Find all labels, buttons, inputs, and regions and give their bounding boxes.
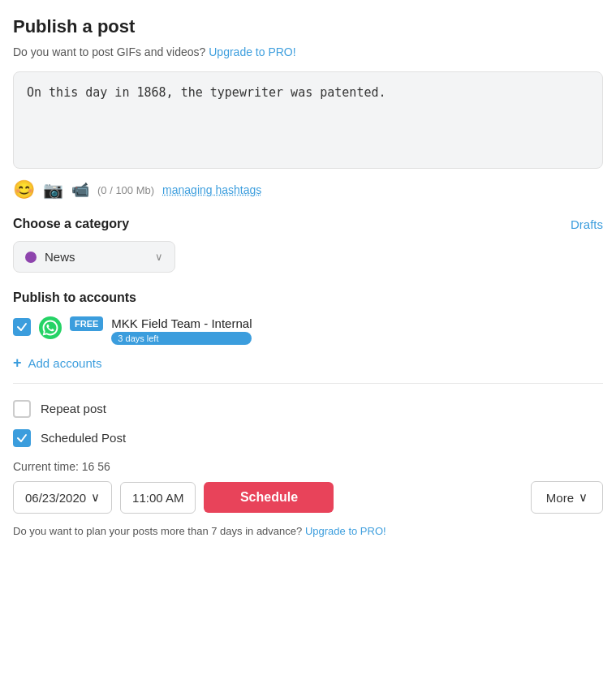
more-button[interactable]: More ∨: [531, 481, 603, 514]
free-badge: FREE: [70, 316, 103, 331]
schedule-button[interactable]: Schedule: [204, 482, 334, 513]
repeat-post-row: Repeat post: [13, 398, 603, 418]
category-selected-label: News: [45, 250, 147, 264]
repeat-post-label: Repeat post: [41, 402, 106, 415]
options-section: Repeat post Scheduled Post: [13, 398, 603, 447]
date-value: 06/23/2020: [25, 491, 86, 505]
bottom-upgrade-link[interactable]: Upgrade to PRO!: [305, 525, 386, 537]
toolbar-row: 😊 📷 📹 (0 / 100 Mb) managing hashtags: [13, 179, 603, 200]
current-time: Current time: 16 56: [13, 460, 603, 473]
scheduled-post-row: Scheduled Post: [13, 428, 603, 447]
emoji-icon[interactable]: 😊: [13, 179, 35, 200]
camera-icon[interactable]: 📷: [43, 180, 63, 200]
page-title: Publish a post: [13, 16, 603, 37]
account-info: MKK Field Team - Internal 3 days left: [111, 316, 252, 345]
account-name-row: MKK Field Team - Internal: [111, 316, 252, 330]
account-name: MKK Field Team - Internal: [111, 316, 252, 330]
category-dropdown[interactable]: News ∨: [13, 241, 175, 273]
upgrade-link[interactable]: Upgrade to PRO!: [209, 45, 295, 58]
category-dot: [25, 252, 37, 263]
check-icon: [16, 321, 28, 333]
schedule-row: 06/23/2020 ∨ 11:00 AM Schedule More ∨: [13, 481, 603, 514]
upgrade-line: Do you want to post GIFs and videos? Upg…: [13, 45, 603, 58]
more-chevron-icon: ∨: [579, 490, 588, 505]
plus-icon: +: [13, 355, 22, 372]
scheduled-post-checkbox[interactable]: [13, 429, 31, 447]
add-accounts-label: Add accounts: [28, 356, 102, 370]
upgrade-text: Do you want to post GIFs and videos?: [13, 45, 205, 58]
time-value: 11:00 AM: [132, 491, 183, 505]
chevron-down-icon: ∨: [155, 251, 163, 263]
time-button[interactable]: 11:00 AM: [120, 482, 196, 514]
category-section-header: Choose a category Drafts: [13, 217, 603, 231]
post-textarea[interactable]: On this day in 1868, the typewriter was …: [13, 71, 603, 169]
repeat-post-checkbox[interactable]: [13, 400, 31, 418]
upload-limit: (0 / 100 Mb): [97, 184, 154, 196]
drafts-link[interactable]: Drafts: [571, 217, 603, 231]
check-icon-scheduled: [16, 432, 28, 444]
scheduled-post-label: Scheduled Post: [41, 431, 126, 445]
more-label: More: [546, 491, 574, 505]
whatsapp-icon: [39, 316, 62, 339]
category-label: Choose a category: [13, 217, 129, 231]
account-checkbox[interactable]: [13, 318, 31, 336]
hashtag-link[interactable]: managing hashtags: [162, 183, 261, 196]
bottom-note-text: Do you want to plan your posts more than…: [13, 525, 302, 537]
days-left-badge: 3 days left: [111, 332, 252, 345]
date-button[interactable]: 06/23/2020 ∨: [13, 481, 112, 514]
bottom-note: Do you want to plan your posts more than…: [13, 525, 603, 537]
video-icon[interactable]: 📹: [71, 181, 89, 199]
add-accounts-row[interactable]: + Add accounts: [13, 355, 603, 384]
date-chevron-icon: ∨: [91, 490, 100, 505]
account-item: FREE MKK Field Team - Internal 3 days le…: [13, 316, 603, 345]
publish-accounts-label: Publish to accounts: [13, 290, 603, 305]
